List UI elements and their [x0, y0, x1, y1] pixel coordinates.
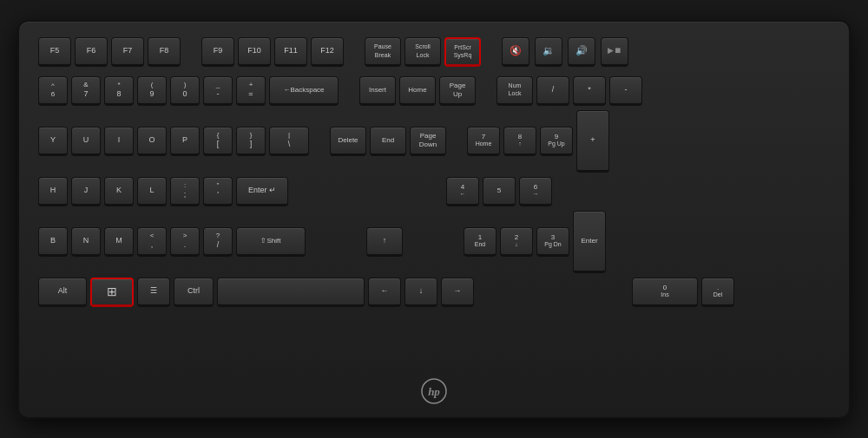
key-enter[interactable]: Enter ↵ — [236, 177, 288, 206]
key-alt[interactable]: Alt — [38, 278, 87, 307]
key-numpad-slash[interactable]: / — [536, 76, 569, 106]
key-numpad-enter[interactable]: Enter — [573, 211, 606, 273]
key-pageup[interactable]: PageUp — [439, 76, 476, 106]
number-row: ^6 &7 *8 (9 )0 _- += ←Backspace Insert H… — [38, 76, 830, 106]
key-numpad-dot[interactable]: .Del — [701, 278, 734, 307]
keyboard: F5 F6 F7 F8 F9 F10 F11 F12 PauseBreak Sc… — [17, 20, 851, 419]
key-closebracket[interactable]: }] — [236, 127, 266, 156]
svg-text:hp: hp — [428, 385, 440, 398]
key-f9[interactable]: F9 — [201, 37, 234, 67]
key-numpad-9[interactable]: 9Pg Up — [540, 127, 573, 156]
key-arrow-right[interactable]: → — [441, 278, 474, 307]
zxcv-row: B N M <, >. ?/ ⇧Shift ↑ 1End 2↓ 3Pg Dn E… — [38, 211, 830, 273]
key-ctrl-right[interactable]: Ctrl — [174, 278, 214, 307]
key-minus[interactable]: _- — [203, 76, 233, 106]
key-f11[interactable]: F11 — [274, 37, 307, 67]
key-arrow-left[interactable]: ← — [368, 278, 401, 307]
key-numpad-4[interactable]: 4← — [446, 177, 479, 206]
bottom-row: Alt ⊞ ☰ Ctrl ← ↓ → 0Ins .Del — [38, 278, 830, 307]
key-backspace[interactable]: ←Backspace — [269, 76, 339, 106]
key-k[interactable]: K — [104, 177, 134, 206]
key-f10[interactable]: F10 — [238, 37, 271, 67]
key-caret[interactable]: ^6 — [38, 76, 68, 106]
key-numpad-6[interactable]: 6→ — [519, 177, 552, 206]
key-ampersand[interactable]: &7 — [71, 76, 101, 106]
key-scroll-lock[interactable]: ScrollLock — [404, 37, 441, 67]
key-menu[interactable]: ☰ — [137, 278, 170, 307]
asdf-row: H J K L :; "' Enter ↵ 4← 5 6→ — [38, 177, 830, 206]
key-numpad-8[interactable]: 8↑ — [503, 127, 536, 156]
key-u[interactable]: U — [71, 127, 101, 156]
key-p[interactable]: P — [170, 127, 200, 156]
qwerty-row: Y U I O P {[ }] |\ Delete End PageDown 7… — [38, 110, 830, 173]
key-backslash[interactable]: |\ — [269, 127, 309, 156]
key-shift-right[interactable]: ⇧Shift — [236, 227, 306, 257]
key-media[interactable]: ▶⏹ — [601, 37, 628, 67]
key-vol-down[interactable]: 🔉 — [535, 37, 562, 67]
key-j[interactable]: J — [71, 177, 101, 206]
key-f5[interactable]: F5 — [38, 37, 71, 67]
key-numpad-0[interactable]: 0Ins — [632, 278, 698, 307]
key-pagedown[interactable]: PageDown — [410, 127, 446, 156]
key-delete[interactable]: Delete — [330, 127, 366, 156]
key-n[interactable]: N — [71, 227, 101, 257]
key-numlock[interactable]: NumLock — [496, 76, 533, 106]
key-pause-break[interactable]: PauseBreak — [365, 37, 401, 67]
key-arrow-down[interactable]: ↓ — [404, 278, 437, 307]
key-mute[interactable]: 🔇 — [502, 37, 529, 67]
key-asterisk[interactable]: *8 — [104, 76, 134, 106]
key-numpad-5[interactable]: 5 — [483, 177, 516, 206]
key-openbracket[interactable]: {[ — [203, 127, 233, 156]
key-period[interactable]: >. — [170, 227, 200, 257]
key-numpad-minus[interactable]: - — [609, 76, 642, 106]
media-controls: 🔇 🔉 🔊 ▶⏹ — [502, 37, 628, 67]
key-i[interactable]: I — [104, 127, 134, 156]
function-row: F5 F6 F7 F8 F9 F10 F11 F12 PauseBreak Sc… — [38, 37, 830, 67]
key-arrow-up[interactable]: ↑ — [366, 227, 403, 257]
key-f6[interactable]: F6 — [75, 37, 108, 67]
key-closeparen[interactable]: )0 — [170, 76, 200, 106]
key-numpad-1[interactable]: 1End — [464, 227, 496, 257]
key-f8[interactable]: F8 — [148, 37, 181, 67]
key-numpad-3[interactable]: 3Pg Dn — [536, 227, 569, 257]
key-slash[interactable]: ?/ — [203, 227, 233, 257]
key-numpad-plus[interactable]: + — [576, 110, 609, 173]
brand-logo: hp — [420, 377, 448, 409]
key-numpad-asterisk[interactable]: * — [573, 76, 606, 106]
key-win[interactable]: ⊞ — [90, 278, 134, 307]
key-home[interactable]: Home — [399, 76, 436, 106]
key-h[interactable]: H — [38, 177, 68, 206]
key-numpad-2[interactable]: 2↓ — [500, 227, 533, 257]
key-numpad-7[interactable]: 7Home — [467, 127, 500, 156]
key-prtscr-sysrq[interactable]: PrtScrSysRq — [444, 37, 481, 67]
key-semicolon[interactable]: :; — [170, 177, 200, 206]
key-y[interactable]: Y — [38, 127, 68, 156]
key-comma[interactable]: <, — [137, 227, 167, 257]
key-f7[interactable]: F7 — [111, 37, 144, 67]
key-end[interactable]: End — [370, 127, 406, 156]
key-insert[interactable]: Insert — [359, 76, 396, 106]
key-o[interactable]: O — [137, 127, 167, 156]
key-b[interactable]: B — [38, 227, 68, 257]
key-m[interactable]: M — [104, 227, 134, 257]
key-l[interactable]: L — [137, 177, 167, 206]
key-spacebar[interactable] — [217, 278, 365, 307]
key-plus[interactable]: += — [236, 76, 266, 106]
key-f12[interactable]: F12 — [311, 37, 344, 67]
key-vol-up[interactable]: 🔊 — [568, 37, 595, 67]
key-openparen[interactable]: (9 — [137, 76, 167, 106]
key-quote[interactable]: "' — [203, 177, 233, 206]
